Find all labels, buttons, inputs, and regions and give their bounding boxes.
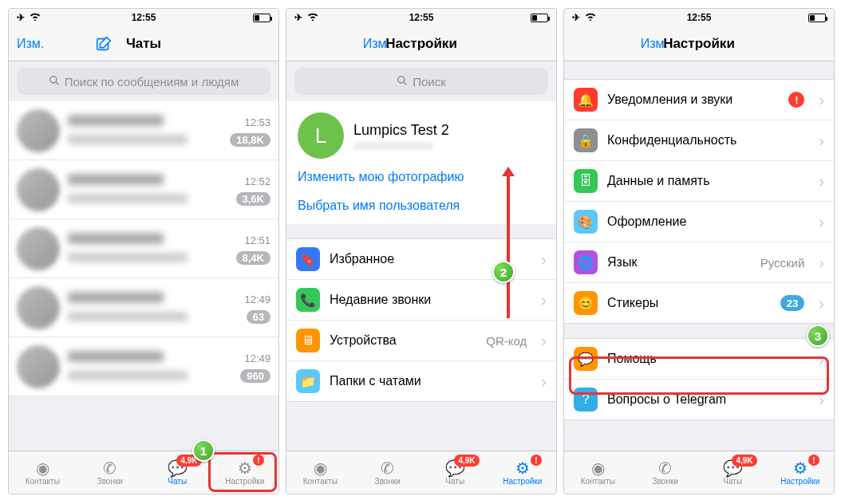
chevron-icon: › [814,294,824,313]
chevron-icon: › [536,372,547,391]
compose-icon [95,35,113,53]
tab-bar: ◉Контакты ✆Звонки 💬Чаты4,9K ⚙Настройки! [9,451,278,494]
status-bar: ✈︎ 12:55 [564,9,834,26]
screen-settings-top: ✈︎ 12:55 Настройки Изм. Поиск L Lumpics … [286,8,557,494]
navbar: Настройки Изм. [564,26,834,61]
airplane-icon: ✈︎ [572,12,580,23]
avatar [17,286,60,329]
wifi-icon [30,12,41,23]
globe-icon: 🌐 [574,250,598,274]
search-icon [49,75,60,89]
settings-badge: ! [253,455,264,466]
screen-settings-scrolled: ✈︎ 12:55 Настройки Изм. 🔔 Уведомления и … [563,8,835,494]
status-bar: ✈︎ 12:55 [286,9,556,26]
avatar [17,227,60,270]
tab-settings[interactable]: ⚙Настройки! [489,451,557,494]
phone-icon: ✆ [658,460,672,476]
profile-phone [353,142,433,150]
screen-chats: ✈︎ 12:55 Изм. Чаты Поиск по сообщениям и… [8,8,279,494]
cell-data-storage[interactable]: 🗄 Данные и память › [564,161,834,202]
unread-badge: 8,4K [236,251,270,265]
airplane-icon: ✈︎ [17,12,25,23]
chats-badge: 4,9K [732,455,756,467]
cell-devices[interactable]: 🖥 Устройства QR-код › [286,321,556,361]
devices-icon: 🖥 [296,329,320,352]
battery-icon [531,14,548,22]
wifi-icon [585,12,596,23]
lock-icon: 🔒 [574,128,598,152]
cell-chat-folders[interactable]: 📁 Папки с чатами › [286,361,556,401]
cell-saved-messages[interactable]: 🔖 Избранное › [286,239,556,280]
chat-row[interactable]: 12:53 18,8K [9,101,278,160]
contacts-icon: ◉ [314,460,327,476]
tab-settings[interactable]: ⚙Настройки! [211,451,279,494]
chevron-icon: › [536,250,547,269]
tab-settings[interactable]: ⚙Настройки! [767,451,835,494]
cell-support[interactable]: 💬 Помощь › [564,339,834,380]
chat-time: 12:49 [244,293,270,305]
avatar [17,168,60,211]
cell-value: QR-код [486,334,527,348]
chat-row[interactable]: 12:52 3,6K [9,160,278,219]
tab-calls[interactable]: ✆Звонки [77,451,144,494]
tab-calls[interactable]: ✆Звонки [632,451,700,494]
status-bar: ✈︎ 12:55 [9,9,278,26]
cell-value: Русский [760,256,805,270]
tab-bar: ◉Контакты ✆Звонки 💬Чаты4,9K ⚙Настройки! [564,451,834,494]
chat-time: 12:53 [244,116,270,128]
tab-chats[interactable]: 💬Чаты4,9K [421,451,489,494]
unread-badge: 63 [247,310,270,324]
chat-row[interactable]: 12:49 63 [9,278,278,337]
bell-icon: 🔔 [574,88,598,112]
cell-recent-calls[interactable]: 📞 Недавние звонки › [286,280,556,321]
tab-contacts[interactable]: ◉Контакты [9,451,77,494]
contacts-icon: ◉ [36,460,49,476]
chevron-icon: › [814,254,824,272]
gear-icon: ⚙ [238,460,252,476]
database-icon: 🗄 [574,169,598,193]
unread-badge: 960 [240,369,270,383]
cell-telegram-faq[interactable]: ? Вопросы о Telegram › [564,380,834,419]
wifi-icon [307,12,318,23]
chevron-icon: › [814,391,824,409]
chevron-icon: › [814,213,824,231]
tab-contacts[interactable]: ◉Контакты [286,451,354,494]
chat-time: 12:52 [244,175,270,187]
chat-row[interactable]: 12:49 960 [9,337,278,396]
search-placeholder: Поиск [413,75,446,89]
callout-3: 3 [807,325,829,347]
phone-icon: ✆ [103,460,116,476]
cell-notifications[interactable]: 🔔 Уведомления и звуки ! › [564,80,834,120]
chevron-icon: › [814,350,824,368]
settings-badge: ! [531,455,542,466]
page-title: Настройки [286,36,556,52]
tab-contacts[interactable]: ◉Контакты [564,451,632,494]
avatar [17,345,60,388]
profile-block[interactable]: L Lumpics Test 2 Изменить мою фотографию… [286,101,556,224]
search-input[interactable]: Поиск [294,68,548,95]
folder-icon: 📁 [296,369,320,393]
search-placeholder: Поиск по сообщениям и людям [65,75,239,89]
chat-row[interactable]: 12:51 8,4K [9,219,278,278]
cell-stickers[interactable]: 😊 Стикеры 23 › [564,283,834,323]
cell-appearance[interactable]: 🎨 Оформление › [564,202,834,242]
unread-badge: 3,6K [236,192,270,206]
compose-button[interactable] [65,35,113,53]
edit-button[interactable]: Изм. [342,37,390,51]
search-input[interactable]: Поиск по сообщениям и людям [17,68,270,95]
callout-2: 2 [492,261,515,283]
edit-button[interactable]: Изм. [17,37,65,51]
chevron-icon: › [814,91,824,109]
statusbar-time: 12:55 [636,12,762,23]
edit-button[interactable]: Изм. [620,37,668,51]
phone-icon: ✆ [381,460,394,476]
profile-name: Lumpics Test 2 [353,122,449,139]
settings-badge: ! [808,455,819,466]
tab-calls[interactable]: ✆Звонки [354,451,422,494]
cell-language[interactable]: 🌐 Язык Русский › [564,242,834,283]
cell-privacy[interactable]: 🔒 Конфиденциальность › [564,120,834,161]
tab-chats[interactable]: 💬Чаты4,9K [699,451,767,494]
chevron-icon: › [814,132,824,150]
chats-badge: 4,9K [454,455,479,467]
battery-icon [808,14,826,22]
